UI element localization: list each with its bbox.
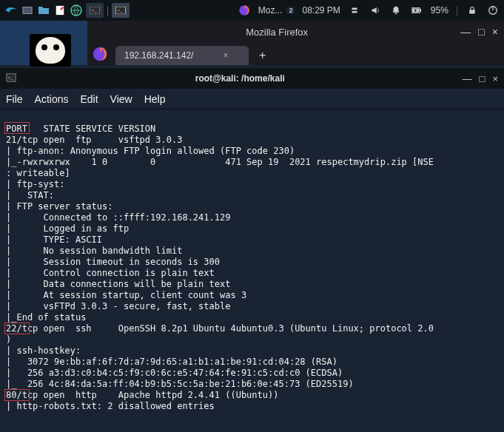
svg-text:>_: >_	[92, 8, 97, 13]
firefox-taskbar-icon[interactable]	[238, 4, 251, 17]
firefox-label[interactable]: Moz...	[258, 5, 283, 16]
firefox-logo-icon[interactable]	[92, 46, 108, 62]
terminal-line: | No session bandwidth limit	[6, 246, 182, 256]
terminal-line: | Data connections will be plain text	[6, 279, 230, 289]
terminal-menubar: File Actions Edit View Help	[0, 89, 504, 109]
tab-close-icon[interactable]: ×	[223, 50, 228, 61]
terminal-line: | Session timeout in seconds is 300	[6, 257, 220, 267]
terminal-line: | At session startup, client count was 3	[6, 290, 246, 300]
terminal-line: 80/tcp open http Apache httpd 2.4.41 ((U…	[6, 390, 278, 400]
globe-icon[interactable]	[70, 4, 83, 17]
notification-icon[interactable]	[389, 4, 403, 17]
terminal-line: | Connected to ::ffff:192.168.241.129	[6, 212, 230, 223]
network-icon[interactable]	[348, 4, 361, 17]
menu-edit[interactable]: Edit	[80, 93, 98, 105]
terminal-line: | STAT:	[6, 190, 54, 200]
terminal-line: | TYPE: ASCII	[6, 234, 102, 245]
terminal-line: | vsFTPd 3.0.3 - secure, fast, stable	[6, 301, 230, 311]
battery-icon	[410, 4, 423, 17]
terminal-line: | FTP server status:	[6, 201, 113, 212]
svg-rect-9	[420, 9, 421, 12]
browser-tab[interactable]: 192.168.241.142/ ×	[115, 46, 249, 65]
svg-rect-11	[469, 10, 475, 13]
terminal-line: | ftp-anon: Anonymous FTP login allowed …	[6, 146, 295, 156]
terminal-line: |_ 256 4c:84:da:5a:ff:04:b9:b5:5c:5a:be:…	[6, 379, 354, 389]
firefox-badge: 2	[286, 7, 295, 14]
terminal-close-button[interactable]: ×	[492, 73, 498, 84]
terminal-line: 22/tcp open ssh OpenSSH 8.2p1 Ubuntu 4ub…	[6, 323, 434, 334]
terminal-title-icon: >_	[6, 72, 18, 84]
menu-actions[interactable]: Actions	[35, 93, 69, 105]
battery-percent: 95%	[431, 5, 448, 16]
terminal-line: PORT STATE SERVICE VERSION	[6, 124, 155, 134]
firefox-window: Mozilla Firefox — □ × 192.168.241.142/ ×…	[87, 21, 504, 65]
svg-text:>_: >_	[8, 75, 14, 80]
terminal-minimize-button[interactable]: —	[463, 73, 472, 84]
terminal-line: | http-robots.txt: 2 disallowed entries	[6, 401, 215, 411]
kali-logo-icon[interactable]	[4, 4, 18, 17]
clock: 08:29 PM	[302, 5, 340, 16]
terminal-line: | Logged in as ftp	[6, 223, 129, 234]
terminal-app-1[interactable]: >_	[86, 3, 104, 18]
terminal-line: |_End of status	[6, 312, 86, 323]
terminal-line: | Control connection is plain text	[6, 268, 215, 278]
avatar-image	[30, 34, 71, 67]
panel-icon[interactable]	[21, 4, 34, 17]
svg-text:>_: >_	[118, 8, 123, 13]
terminal-line: | ftp-syst:	[6, 179, 64, 189]
firefox-close-button[interactable]: ×	[492, 26, 498, 38]
lock-icon[interactable]	[466, 4, 479, 17]
terminal-window: >_ root@kali: /home/kali — □ × File Acti…	[0, 68, 504, 432]
volume-icon[interactable]	[369, 4, 382, 17]
system-taskbar: >_ | >_ Moz... 2 08:29 PM 95% |	[0, 0, 504, 21]
firefox-minimize-button[interactable]: —	[460, 26, 471, 38]
tab-label: 192.168.241.142/	[124, 50, 193, 61]
firefox-maximize-button[interactable]: □	[478, 26, 484, 38]
terminal-title: root@kali: /home/kali	[18, 73, 463, 84]
firefox-title: Mozilla Firefox	[93, 27, 460, 38]
terminal-line: | 3072 9e:bb:af:6f:7d:a7:9d:65:a1:b1:a1:…	[6, 357, 337, 367]
terminal-output[interactable]: PORT STATE SERVICE VERSION 21/tcp open f…	[0, 109, 504, 432]
menu-help[interactable]: Help	[144, 93, 166, 105]
svg-rect-0	[23, 7, 32, 14]
terminal-line: : writeable]	[6, 168, 70, 178]
menu-view[interactable]: View	[110, 93, 132, 105]
power-icon[interactable]	[486, 4, 500, 17]
terminal-line: | ssh-hostkey:	[6, 345, 81, 356]
new-tab-button[interactable]: +	[252, 46, 273, 65]
terminal-line: 21/tcp open ftp vsftpd 3.0.3	[6, 135, 182, 145]
menu-file[interactable]: File	[6, 93, 23, 105]
editor-icon[interactable]	[53, 4, 67, 17]
files-icon[interactable]	[37, 4, 50, 17]
terminal-line: )	[6, 334, 11, 345]
terminal-app-2[interactable]: >_	[112, 3, 130, 18]
terminal-line: |_-rwxrwxrwx 1 0 0 471 Sep 19 2021 respe…	[6, 157, 434, 167]
terminal-maximize-button[interactable]: □	[480, 73, 485, 84]
terminal-line: | 256 a3:d3:c0:b4:c5:f9:c0:6c:e5:47:64:f…	[6, 368, 343, 378]
